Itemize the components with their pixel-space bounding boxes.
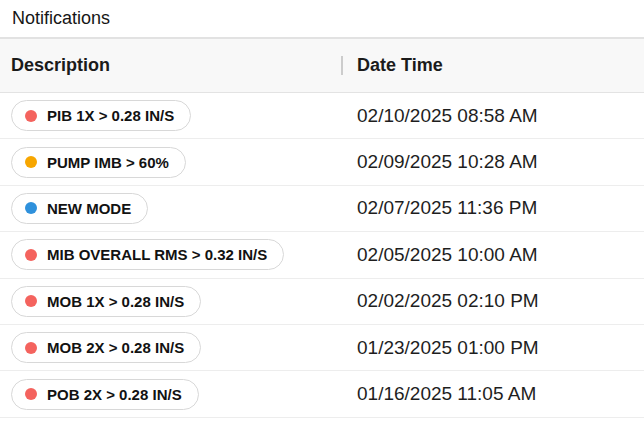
notification-datetime: 02/02/2025 02:10 PM (341, 290, 644, 312)
column-header-description[interactable]: Description (0, 55, 341, 76)
table-row[interactable]: PIB 1X > 0.28 IN/S 02/10/2025 08:58 AM (0, 93, 644, 139)
severity-dot-icon (25, 342, 37, 354)
title-bar: Notifications (0, 0, 644, 39)
notification-description: POB 2X > 0.28 IN/S (47, 386, 182, 403)
notification-badge[interactable]: PIB 1X > 0.28 IN/S (11, 100, 191, 131)
table-row[interactable]: PUMP IMB > 60% 02/09/2025 10:28 AM (0, 139, 644, 185)
notification-datetime: 02/09/2025 10:28 AM (341, 151, 644, 173)
page-title: Notifications (12, 8, 110, 29)
notification-description: MOB 2X > 0.28 IN/S (47, 339, 184, 356)
column-header-datetime[interactable]: Date Time (341, 55, 644, 76)
severity-dot-icon (25, 388, 37, 400)
notification-datetime: 02/05/2025 10:00 AM (341, 244, 644, 266)
table-row[interactable]: MIB OVERALL RMS > 0.32 IN/S 02/05/2025 1… (0, 232, 644, 278)
column-divider (341, 56, 343, 75)
description-cell: PIB 1X > 0.28 IN/S (0, 100, 341, 131)
severity-dot-icon (25, 249, 37, 261)
notification-badge[interactable]: MOB 1X > 0.28 IN/S (11, 286, 201, 317)
severity-dot-icon (25, 295, 37, 307)
notification-datetime: 01/16/2025 11:05 AM (341, 383, 644, 405)
notification-description: NEW MODE (47, 200, 131, 217)
table-row[interactable]: NEW MODE 02/07/2025 11:36 PM (0, 186, 644, 232)
severity-dot-icon (25, 202, 37, 214)
table-row[interactable]: POB 2X > 0.28 IN/S 01/16/2025 11:05 AM (0, 371, 644, 417)
description-cell: MOB 2X > 0.28 IN/S (0, 332, 341, 363)
description-cell: PUMP IMB > 60% (0, 147, 341, 178)
severity-dot-icon (25, 110, 37, 122)
table-row[interactable]: MOB 1X > 0.28 IN/S 02/02/2025 02:10 PM (0, 279, 644, 325)
description-cell: POB 2X > 0.28 IN/S (0, 379, 341, 410)
table-row[interactable]: MOB 2X > 0.28 IN/S 01/23/2025 01:00 PM (0, 325, 644, 371)
notification-datetime: 01/23/2025 01:00 PM (341, 337, 644, 359)
notification-description: MOB 1X > 0.28 IN/S (47, 293, 184, 310)
notification-badge[interactable]: PUMP IMB > 60% (11, 147, 186, 178)
description-cell: MOB 1X > 0.28 IN/S (0, 286, 341, 317)
notification-description: PIB 1X > 0.28 IN/S (47, 107, 174, 124)
description-cell: MIB OVERALL RMS > 0.32 IN/S (0, 239, 341, 270)
table-header: Description Date Time (0, 39, 644, 93)
notification-badge[interactable]: POB 2X > 0.28 IN/S (11, 379, 199, 410)
notification-description: MIB OVERALL RMS > 0.32 IN/S (47, 246, 267, 263)
notification-badge[interactable]: NEW MODE (11, 193, 148, 224)
table-body: PIB 1X > 0.28 IN/S 02/10/2025 08:58 AM P… (0, 93, 644, 418)
notification-description: PUMP IMB > 60% (47, 154, 169, 171)
notification-badge[interactable]: MIB OVERALL RMS > 0.32 IN/S (11, 239, 284, 270)
notification-badge[interactable]: MOB 2X > 0.28 IN/S (11, 332, 201, 363)
notification-datetime: 02/10/2025 08:58 AM (341, 105, 644, 127)
description-cell: NEW MODE (0, 193, 341, 224)
severity-dot-icon (25, 156, 37, 168)
notification-datetime: 02/07/2025 11:36 PM (341, 197, 644, 219)
